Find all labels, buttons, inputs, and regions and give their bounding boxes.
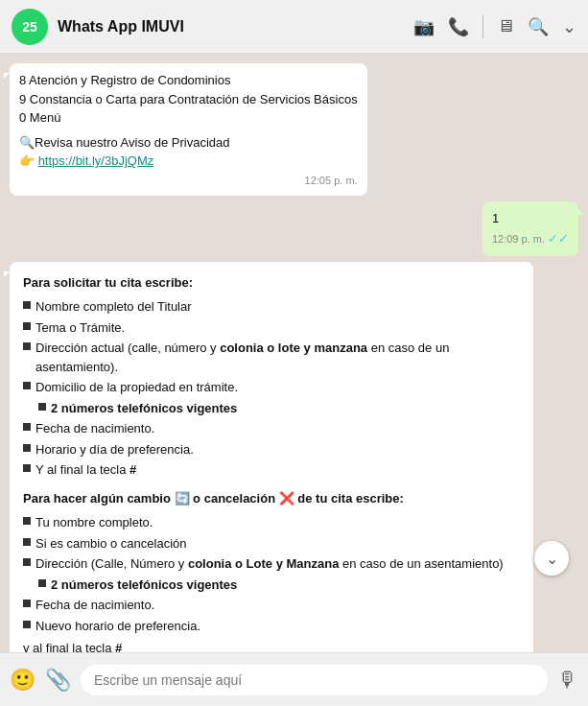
read-receipt-icon: ✓✓ bbox=[548, 231, 569, 246]
search-icon[interactable]: 🔍 bbox=[528, 16, 549, 37]
chevron-down-icon: ⌄ bbox=[546, 550, 558, 568]
msg1-line2: 9 Constancia o Carta para Contratación d… bbox=[19, 90, 358, 109]
bullet-c2: Si es cambio o cancelación bbox=[23, 534, 520, 553]
timestamp-2: 12:09 p. m. ✓✓ bbox=[492, 230, 569, 247]
bullet-8: Y al final la tecla # bbox=[23, 460, 520, 480]
monitor-icon[interactable]: 🖥 bbox=[497, 16, 514, 36]
message-text-3: Para solicitar tu cita escribe: Nombre c… bbox=[23, 273, 520, 652]
bullet-c6: Nuevo horario de preferencia. bbox=[23, 617, 520, 636]
bullet-sq bbox=[23, 558, 31, 566]
bullet-sq bbox=[23, 464, 31, 472]
bullet-6: Fecha de nacimiento. bbox=[23, 419, 520, 438]
bullet-c1: Tu nombre completo. bbox=[23, 513, 520, 532]
message-text-1: 8 Atención y Registro de Condominios 9 C… bbox=[19, 71, 358, 171]
bullet-4: Domicilio de la propiedad en trámite. bbox=[23, 378, 520, 397]
phone-icon[interactable]: 📞 bbox=[448, 16, 469, 37]
bullet-5: 2 números telefónicos vigentes bbox=[38, 399, 520, 418]
cancelar-footer: y al final la tecla # bbox=[23, 639, 520, 652]
msg1-line4: 🔍Revisa nuestro Aviso de Privacidad bbox=[19, 133, 358, 153]
section-cancelar-title: Para hacer algún cambio 🔄 o cancelación … bbox=[23, 489, 520, 508]
bullet-sq bbox=[23, 517, 31, 525]
message-input[interactable] bbox=[81, 665, 548, 695]
chat-header: 25 Whats App IMUVI 📷 📞 🖥 🔍 ⌄ bbox=[0, 0, 588, 54]
chevron-down-icon[interactable]: ⌄ bbox=[562, 16, 576, 37]
bullet-3: Dirección actual (calle, número y coloni… bbox=[23, 339, 520, 376]
bullet-c3: Dirección (Calle, Número y colonia o Lot… bbox=[23, 554, 520, 574]
section-solicitar-title: Para solicitar tu cita escribe: bbox=[23, 273, 520, 293]
message-input-bar: 🙂 📎 🎙 bbox=[0, 652, 588, 706]
bullet-sq bbox=[23, 621, 31, 628]
message-incoming-1: 8 Atención y Registro de Condominios 9 C… bbox=[10, 63, 367, 196]
msg1-line3: 0 Menú bbox=[19, 108, 358, 128]
bullet-sq bbox=[23, 382, 31, 389]
attach-icon[interactable]: 📎 bbox=[45, 668, 71, 693]
bullet-sq bbox=[23, 600, 31, 607]
bullet-sq bbox=[23, 423, 31, 431]
bullet-7: Horario y día de preferencia. bbox=[23, 440, 520, 459]
avatar-text: 25 bbox=[22, 19, 37, 35]
emoji-icon[interactable]: 🙂 bbox=[10, 668, 35, 693]
bullet-sq bbox=[23, 538, 31, 546]
timestamp-1: 12:05 p. m. bbox=[19, 174, 358, 188]
message-outgoing-2: 1 12:09 p. m. ✓✓ bbox=[482, 201, 578, 256]
bullet-c5: Fecha de nacimiento. bbox=[23, 596, 520, 615]
bullet-sq bbox=[38, 403, 46, 411]
header-actions: 📷 📞 🖥 🔍 ⌄ bbox=[413, 15, 576, 38]
microphone-icon[interactable]: 🎙 bbox=[557, 668, 578, 693]
section-solicitar: Para solicitar tu cita escribe: Nombre c… bbox=[23, 273, 520, 480]
chat-area: 8 Atención y Registro de Condominios 9 C… bbox=[0, 54, 588, 652]
bullet-sq bbox=[23, 301, 31, 309]
link-privacy[interactable]: https://bit.ly/3bJjQMz bbox=[38, 153, 154, 168]
bullet-sq bbox=[23, 322, 31, 330]
chat-wrapper: 8 Atención y Registro de Condominios 9 C… bbox=[0, 54, 588, 652]
bullet-sq bbox=[23, 342, 31, 350]
scroll-to-bottom-button[interactable]: ⌄ bbox=[534, 541, 569, 576]
video-call-icon[interactable]: 📷 bbox=[413, 16, 435, 37]
divider bbox=[482, 15, 483, 38]
bullet-c4: 2 números telefónicos vigentes bbox=[38, 576, 520, 595]
bullet-sq bbox=[38, 579, 46, 587]
bullet-2: Tema o Trámite. bbox=[23, 318, 520, 338]
message-incoming-3: Para solicitar tu cita escribe: Nombre c… bbox=[10, 262, 533, 652]
msg1-line1: 8 Atención y Registro de Condominios bbox=[19, 71, 358, 90]
section-cancelar: Para hacer algún cambio 🔄 o cancelación … bbox=[23, 489, 520, 652]
msg1-line5: 👉 https://bit.ly/3bJjQMz bbox=[19, 152, 358, 171]
avatar[interactable]: 25 bbox=[12, 9, 48, 45]
bullet-sq bbox=[23, 444, 31, 452]
message-text-2: 1 bbox=[492, 209, 569, 228]
bullet-1: Nombre completo del Titular bbox=[23, 297, 520, 317]
chat-title[interactable]: Whats App IMUVI bbox=[58, 18, 404, 35]
